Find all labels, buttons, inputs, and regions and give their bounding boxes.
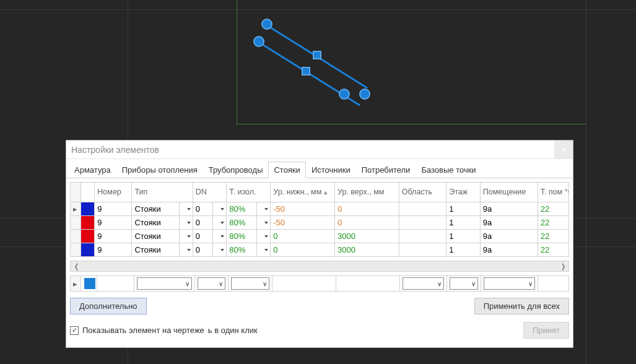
row-selector[interactable] bbox=[71, 230, 81, 243]
cell-oblast[interactable] bbox=[399, 202, 446, 216]
cell-etazh[interactable]: 1 bbox=[447, 230, 481, 243]
cell-ur-nizh[interactable]: 0 bbox=[271, 243, 335, 257]
col-etazh[interactable]: Этаж bbox=[447, 183, 481, 202]
pipe-node[interactable] bbox=[253, 36, 264, 47]
izol-dropdown[interactable] bbox=[257, 243, 271, 257]
cell-dn[interactable]: 0 bbox=[193, 230, 213, 243]
cell-izol[interactable]: 80% bbox=[227, 243, 257, 257]
cell-pomesh[interactable]: 9a bbox=[480, 202, 538, 216]
pipe-node[interactable] bbox=[261, 19, 272, 30]
row-selector[interactable] bbox=[71, 216, 81, 230]
cell-etazh[interactable]: 1 bbox=[447, 216, 481, 230]
col-tpom[interactable]: Т. пом °C bbox=[538, 183, 568, 202]
cell-tip[interactable]: Стояки bbox=[132, 216, 179, 230]
col-nomer[interactable]: Номер bbox=[95, 183, 132, 202]
cell-ur-verh[interactable]: 3000 bbox=[335, 230, 399, 243]
filter-dn[interactable]: ∨ bbox=[194, 276, 228, 292]
filter-row-selector[interactable]: ▸ bbox=[71, 276, 81, 292]
cell-dn[interactable]: 0 bbox=[193, 243, 213, 257]
scroll-left-icon[interactable]: ❬ bbox=[71, 261, 82, 271]
more-button[interactable]: Дополнительно bbox=[70, 298, 147, 314]
cell-tpom[interactable]: 22 bbox=[538, 243, 568, 257]
filter-oblast[interactable]: ∨ bbox=[400, 276, 447, 292]
cell-tpom[interactable]: 22 bbox=[538, 216, 568, 230]
cell-tip[interactable]: Стояки bbox=[132, 230, 179, 243]
cell-etazh[interactable]: 1 bbox=[447, 243, 481, 257]
filter-color-swatch[interactable] bbox=[84, 278, 95, 289]
dn-dropdown[interactable] bbox=[213, 230, 227, 243]
tab-consumers[interactable]: Потребители bbox=[356, 162, 416, 178]
tab-armatura[interactable]: Арматура bbox=[69, 162, 116, 178]
col-izol[interactable]: Т. изол. bbox=[227, 183, 271, 202]
cell-tip[interactable]: Стояки bbox=[132, 243, 179, 257]
close-button[interactable]: ✕ bbox=[554, 141, 573, 159]
table-row[interactable]: ▸ 9 Стояки 0 80% -50 0 1 9a 22 bbox=[71, 202, 569, 216]
cell-ur-nizh[interactable]: 0 bbox=[271, 230, 335, 243]
cell-nomer[interactable]: 9 bbox=[95, 216, 132, 230]
izol-dropdown[interactable] bbox=[257, 202, 271, 216]
dn-dropdown[interactable] bbox=[213, 202, 227, 216]
pipe-midpoint[interactable] bbox=[302, 67, 310, 76]
table-row[interactable]: 9 Стояки 0 80% 0 3000 1 9a 22 bbox=[71, 230, 569, 243]
col-tip[interactable]: Тип bbox=[132, 183, 193, 202]
cell-ur-verh[interactable]: 3000 bbox=[335, 243, 399, 257]
filter-ur-nizh[interactable] bbox=[272, 276, 336, 292]
color-swatch[interactable] bbox=[81, 202, 94, 215]
pipe-node[interactable] bbox=[359, 89, 370, 100]
tab-basepoints[interactable]: Базовые точки bbox=[416, 162, 481, 178]
cell-tpom[interactable]: 22 bbox=[538, 202, 568, 216]
cell-tpom[interactable]: 22 bbox=[538, 230, 568, 243]
cell-ur-nizh[interactable]: -50 bbox=[271, 202, 335, 216]
horizontal-scrollbar[interactable]: ❬ ❭ bbox=[70, 261, 569, 272]
cell-ur-nizh[interactable]: -50 bbox=[271, 216, 335, 230]
tip-dropdown[interactable] bbox=[179, 243, 193, 257]
cell-dn[interactable]: 0 bbox=[193, 216, 213, 230]
tab-sources[interactable]: Источники bbox=[306, 162, 356, 178]
cell-nomer[interactable]: 9 bbox=[95, 230, 132, 243]
color-swatch[interactable] bbox=[81, 243, 94, 256]
tip-dropdown[interactable] bbox=[179, 216, 193, 230]
col-ur-nizh[interactable]: Ур. нижн., мм▲ bbox=[271, 183, 335, 202]
filter-etazh[interactable]: ∨ bbox=[447, 276, 481, 292]
filter-nomer[interactable] bbox=[97, 276, 134, 292]
scroll-right-icon[interactable]: ❭ bbox=[557, 261, 568, 271]
filter-izol[interactable]: ∨ bbox=[229, 276, 272, 292]
izol-dropdown[interactable] bbox=[257, 216, 271, 230]
filter-ur-verh[interactable] bbox=[336, 276, 400, 292]
col-pomesh[interactable]: Помещение bbox=[480, 183, 538, 202]
cell-ur-verh[interactable]: 0 bbox=[335, 202, 399, 216]
col-ur-verh[interactable]: Ур. верх., мм bbox=[335, 183, 399, 202]
accept-button[interactable]: Принят bbox=[523, 322, 569, 339]
cell-tip[interactable]: Стояки bbox=[132, 202, 179, 216]
tab-pipes[interactable]: Трубопроводы bbox=[203, 162, 269, 178]
filter-tip[interactable]: ∨ bbox=[134, 276, 195, 292]
dn-dropdown[interactable] bbox=[213, 243, 227, 257]
color-swatch[interactable] bbox=[81, 230, 94, 243]
row-selector[interactable] bbox=[71, 243, 81, 257]
tab-devices[interactable]: Приборы отопления bbox=[116, 162, 203, 178]
col-oblast[interactable]: Область bbox=[399, 183, 446, 202]
table-row[interactable]: 9 Стояки 0 80% 0 3000 1 9a 22 bbox=[71, 243, 569, 257]
cell-oblast[interactable] bbox=[399, 243, 446, 257]
pipe-node[interactable] bbox=[339, 89, 350, 100]
cell-pomesh[interactable]: 9a bbox=[480, 230, 538, 243]
color-swatch[interactable] bbox=[81, 216, 94, 229]
cell-ur-verh[interactable]: 0 bbox=[335, 216, 399, 230]
tip-dropdown[interactable] bbox=[179, 230, 193, 243]
dn-dropdown[interactable] bbox=[213, 216, 227, 230]
cell-oblast[interactable] bbox=[399, 230, 446, 243]
show-on-drawing-checkbox[interactable]: ✓ bbox=[70, 326, 79, 335]
tab-risers[interactable]: Стояки bbox=[268, 162, 305, 178]
cell-izol[interactable]: 80% bbox=[227, 202, 257, 216]
cell-izol[interactable]: 80% bbox=[227, 216, 257, 230]
cell-nomer[interactable]: 9 bbox=[95, 202, 132, 216]
cell-nomer[interactable]: 9 bbox=[95, 243, 132, 257]
col-dn[interactable]: DN bbox=[193, 183, 227, 202]
table-row[interactable]: 9 Стояки 0 80% -50 0 1 9a 22 bbox=[71, 216, 569, 230]
pipe-midpoint[interactable] bbox=[313, 51, 321, 59]
cell-dn[interactable]: 0 bbox=[193, 202, 213, 216]
filter-tpom[interactable] bbox=[538, 276, 568, 292]
cell-etazh[interactable]: 1 bbox=[447, 202, 481, 216]
cell-oblast[interactable] bbox=[399, 216, 446, 230]
apply-all-button[interactable]: Применить для всех bbox=[474, 298, 569, 314]
